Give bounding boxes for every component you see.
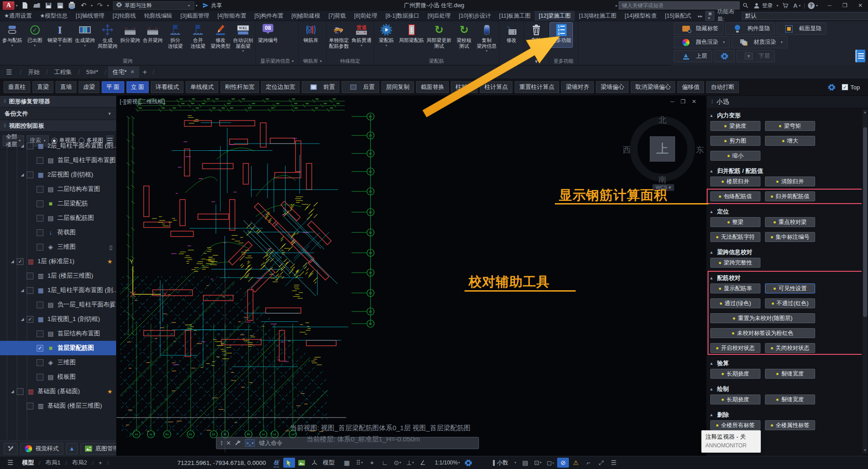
top-view-checkbox[interactable]: ✓Top (842, 84, 860, 91)
tree-checkbox[interactable]: ✓ (17, 258, 23, 265)
颜色渲染-button[interactable]: 颜色渲染▾ (674, 36, 730, 48)
share-button[interactable]: 共享 (202, 2, 222, 9)
构件显隐-button[interactable]: 构件显隐 (725, 23, 775, 35)
doc-tabs-menu-icon[interactable]: ☰ (0, 68, 18, 76)
undo-icon[interactable]: ↶ (78, 1, 89, 10)
tool-button[interactable]: 详看模式 (151, 81, 183, 93)
ribbon-tab[interactable]: [14]模型检查 (621, 11, 661, 21)
ribbon-group-label[interactable]: 梁跨 (1, 57, 254, 65)
scroll-down-icon[interactable]: ▼ (863, 448, 868, 452)
上层-button[interactable]: ▲上层 (674, 50, 712, 62)
clean-screen-icon[interactable]: ⤢ (595, 458, 607, 468)
tool-button[interactable]: 后置 (342, 81, 379, 93)
tool-button[interactable]: 垂直柱 (4, 81, 30, 93)
tool-button[interactable]: 单线模式 (186, 81, 218, 93)
tree-expander-icon[interactable]: ◢ (21, 172, 25, 177)
ribbon-group-label[interactable]: ▼ (525, 57, 548, 65)
下层-button[interactable]: ▼下层 (737, 50, 775, 62)
panel-button[interactable]: 包络配筋值 (710, 191, 760, 201)
tool-button[interactable]: 立 面 (127, 81, 149, 93)
tree-checkbox[interactable] (37, 302, 43, 308)
visual-style-button[interactable]: 视觉样式 (20, 443, 63, 455)
polar-tracking-icon[interactable]: ⊙▾ (392, 458, 404, 468)
panel-section-header[interactable]: ▲验算 (709, 358, 862, 369)
restore-button[interactable]: ❐ (837, 0, 853, 11)
ribbon-button[interactable]: 贯通角筋贯通▾ (350, 23, 373, 47)
tree-item[interactable]: ↓荷载图 (0, 225, 116, 240)
tool-button[interactable]: 定位边加宽 (261, 81, 300, 93)
ribbon-tab[interactable]: [12]梁施工图 (535, 11, 575, 21)
backup-files-header[interactable]: 备份文件▼ (0, 107, 116, 120)
xiaoxun-panel-header[interactable]: ⁞⁞小迅 (707, 96, 868, 108)
ribbon-button[interactable]: → ←合并梁跨 (141, 23, 164, 47)
layout-tab[interactable]: 布局2 (68, 459, 91, 467)
tree-checkbox[interactable] (37, 186, 43, 193)
tool-button[interactable]: 层间复制 (381, 81, 414, 93)
compass-east[interactable]: 东 (696, 144, 704, 155)
section-palette-icon[interactable] (855, 50, 865, 62)
panel-button[interactable]: 重置为未校对(随图层) (710, 313, 815, 323)
clip-icon[interactable]: ⌐ (582, 458, 594, 468)
close-button[interactable]: ✕ (853, 0, 868, 11)
panel-button[interactable]: 缩小 (710, 151, 760, 161)
ribbon-tab[interactable]: [11]板施工图 (495, 11, 535, 21)
ribbon-tab[interactable]: 轮廓线编辑 (140, 11, 177, 21)
panel-button[interactable]: 长期挠度 (710, 395, 760, 404)
panel-button[interactable]: 剪力图 (710, 136, 760, 146)
tree-checkbox[interactable] (37, 359, 43, 366)
ribbon-button[interactable]: 删除 (525, 23, 548, 47)
ribbon-button[interactable]: 参与配筋▾ (1, 23, 23, 47)
tab-scroll-icon[interactable]: ▸▸ (698, 14, 703, 19)
panel-button[interactable]: 开启校对状态 (710, 343, 760, 353)
viewport-restore-icon[interactable]: ❐ (680, 98, 685, 105)
units-decimal-selector[interactable]: 小数▾ (491, 458, 519, 468)
截面显隐-button[interactable]: 截面显隐 (777, 23, 826, 35)
command-line[interactable]: ⁞⁞ ✕ >_▾ 键入命令 (216, 437, 479, 449)
ribbon-tab[interactable]: [9]后处理 (423, 11, 455, 21)
tool-button[interactable]: 重置柱计算点 (515, 81, 559, 93)
ribbon-tab[interactable]: [13]墙柱施工图 (575, 11, 620, 21)
材质渲染-button[interactable]: 材质渲染▾ (732, 36, 788, 48)
panel-section-header[interactable]: ▲归并配筋 / 配筋值 (709, 166, 862, 176)
annotation-scale-icon[interactable]: 1:1/100%▾ (433, 458, 462, 468)
tree-checkbox[interactable] (37, 157, 43, 164)
ribbon-button[interactable]: 修改 梁跨类型 (209, 23, 232, 53)
panel-section-header[interactable]: ▲删除 (709, 409, 862, 420)
search-icon[interactable] (740, 1, 751, 10)
isolate-objects-icon[interactable]: ◻◦ (544, 458, 556, 468)
slab-board-icon[interactable]: 板 (271, 458, 282, 468)
panel-button[interactable]: 集中标注编号 (765, 232, 815, 242)
compass-north[interactable]: 北 (658, 115, 666, 125)
tool-button[interactable]: 柱对齐 (451, 81, 478, 93)
ribbon-group-label[interactable]: 梁配筋 (375, 57, 498, 65)
annotation-warning-icon[interactable]: ⚠ (570, 458, 582, 468)
tree-item[interactable]: ◈三维图▯ (0, 240, 116, 254)
ribbon-group-label[interactable]: ▼ (500, 57, 523, 65)
ribbon-button[interactable]: 钢筋库 (300, 23, 322, 47)
panel-button[interactable]: 未校对标签设为粉红色 (710, 328, 815, 338)
visual-style-expand-button[interactable]: ▲ (66, 443, 78, 455)
new-layout-button[interactable]: + (94, 460, 106, 466)
help-icon[interactable]: ?▾ (806, 1, 821, 10)
new-file-icon[interactable] (19, 1, 30, 10)
panel-scrollbar[interactable]: ▲ ▼ (863, 109, 868, 453)
viewport-close-icon[interactable]: ✕ (692, 98, 696, 105)
ribbon-button[interactable]: 梁配筋▾ (375, 23, 398, 47)
tree-checkbox[interactable] (27, 172, 33, 178)
snap-mode-icon[interactable]: ⠿▾ (354, 458, 366, 468)
hardware-accel-icon[interactable]: ⊘ (557, 458, 569, 468)
toolbar-overflow-icon[interactable]: ▾ (196, 4, 197, 8)
panel-section-header[interactable]: ▲梁跨信息校对 (709, 247, 862, 258)
compass-south[interactable]: 南 (658, 174, 666, 185)
panel-section-header[interactable]: ▲内力变形 (709, 110, 862, 121)
panel-button[interactable]: 长期挠度 (710, 369, 760, 379)
tree-item[interactable]: ▤二层板配筋图 (0, 211, 116, 225)
panel-section-header[interactable]: ▲绘制 (709, 384, 862, 395)
tree-expander-icon[interactable]: ◢ (21, 288, 25, 293)
tool-button[interactable]: 截面替换 (416, 81, 449, 93)
tool-button[interactable]: 自动打断 (706, 81, 739, 93)
quick-properties-icon[interactable]: ▤ (519, 458, 531, 468)
tree-item[interactable]: ◢▥基础面 (基础面)★ (0, 384, 116, 399)
tree-checkbox[interactable] (37, 374, 43, 381)
tree-checkbox[interactable] (37, 200, 43, 207)
